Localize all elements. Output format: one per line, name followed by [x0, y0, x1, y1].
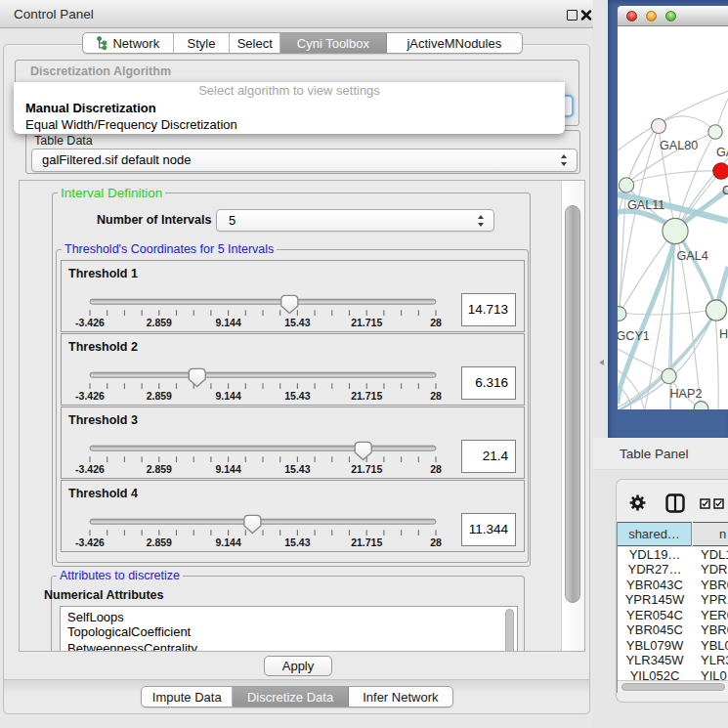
svg-text:-3.426: -3.426 [75, 536, 105, 548]
svg-text:28: 28 [430, 463, 442, 475]
svg-text:15.43: 15.43 [284, 317, 310, 328]
svg-text:21.715: 21.715 [351, 317, 382, 328]
svg-text:15.43: 15.43 [284, 463, 310, 475]
svg-text:9.144: 9.144 [215, 390, 240, 402]
svg-text:15.43: 15.43 [284, 390, 310, 402]
svg-text:9.144: 9.144 [215, 317, 240, 328]
svg-text:-3.426: -3.426 [75, 390, 105, 402]
svg-text:GCY1: GCY1 [618, 329, 650, 343]
svg-text:2.859: 2.859 [147, 317, 172, 328]
svg-text:21.715: 21.715 [351, 536, 382, 548]
svg-text:HAP2: HAP2 [670, 387, 703, 401]
svg-text:28: 28 [430, 536, 442, 548]
svg-text:-3.426: -3.426 [75, 317, 105, 328]
svg-text:21.715: 21.715 [351, 463, 382, 475]
svg-text:28: 28 [430, 390, 442, 402]
svg-text:15.43: 15.43 [284, 536, 310, 548]
svg-text:GAL80: GAL80 [660, 139, 698, 152]
svg-text:GAL: GAL [716, 146, 728, 159]
svg-text:-3.426: -3.426 [75, 463, 105, 475]
svg-text:C: C [722, 184, 728, 197]
svg-text:GAL4: GAL4 [677, 249, 708, 263]
svg-text:21.715: 21.715 [351, 390, 382, 402]
svg-text:28: 28 [430, 317, 442, 328]
svg-text:GAL11: GAL11 [627, 198, 664, 212]
svg-text:2.859: 2.859 [147, 390, 172, 402]
svg-text:9.144: 9.144 [215, 536, 240, 548]
svg-text:2.859: 2.859 [147, 536, 172, 548]
svg-text:9.144: 9.144 [215, 463, 240, 475]
svg-text:H: H [719, 327, 728, 341]
svg-text:2.859: 2.859 [147, 463, 172, 475]
